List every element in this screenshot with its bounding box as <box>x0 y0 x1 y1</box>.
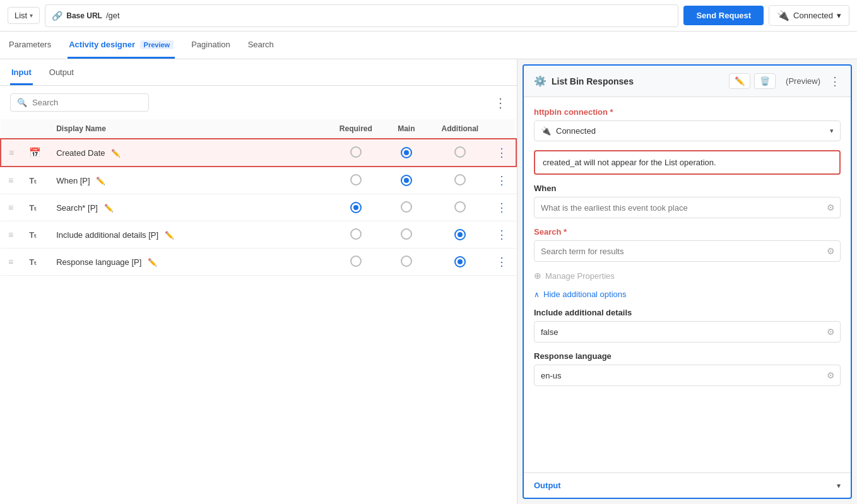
calendar-icon: 📅 <box>29 147 41 158</box>
content-area: Input Output 🔍 ⋮ Disp <box>0 59 857 504</box>
main-cell <box>381 194 432 221</box>
row-menu-icon[interactable]: ⋮ <box>496 255 507 268</box>
drag-handle-icon[interactable]: ≡ <box>8 175 13 185</box>
drag-handle-icon[interactable]: ≡ <box>9 148 14 158</box>
required-cell <box>331 221 381 249</box>
hide-options-label: Hide additional options <box>543 290 627 299</box>
main-radio[interactable] <box>401 255 412 267</box>
tab-search[interactable]: Search <box>247 32 275 59</box>
error-message-text: created_at will not appear for the List … <box>543 158 716 167</box>
search-input[interactable] <box>535 242 822 261</box>
drag-handle-cell: ≡ <box>1 194 21 221</box>
row-icon-cell: 📅 <box>21 139 49 167</box>
row-icon-cell: Tₜ <box>21 249 49 276</box>
hide-additional-options[interactable]: ∧ Hide additional options <box>534 290 841 299</box>
panel-header: ⚙️ List Bin Responses ✏️ 🗑️ (Preview) ⋮ <box>524 66 851 97</box>
url-path: /get <box>106 11 120 20</box>
sub-tab-input[interactable]: Input <box>10 61 33 85</box>
include-details-label: Include additional details <box>534 308 841 317</box>
chevron-up-icon: ∧ <box>534 290 540 299</box>
edit-icon[interactable]: ✏️ <box>148 258 157 267</box>
include-details-input[interactable] <box>535 322 822 342</box>
link-icon: 🔗 <box>52 11 62 21</box>
settings-icon[interactable]: ⚙ <box>822 241 840 261</box>
drag-handle-cell: ≡ <box>1 249 21 276</box>
panel-icon: ⚙️ <box>534 75 547 87</box>
main-radio[interactable] <box>401 228 412 240</box>
table-row: ≡ Tₜ Include additional details [P] ✏️ <box>1 221 516 249</box>
manage-properties[interactable]: ⊕ Manage Properties <box>534 271 841 281</box>
output-row[interactable]: Output ▾ <box>524 472 851 498</box>
edit-button[interactable]: ✏️ <box>729 73 750 89</box>
edit-icon[interactable]: ✏️ <box>165 231 174 240</box>
required-radio[interactable] <box>350 255 362 267</box>
main-tabs: Parameters Activity designer Preview Pag… <box>0 32 857 59</box>
row-menu-icon[interactable]: ⋮ <box>496 146 507 159</box>
drag-handle-cell: ≡ <box>1 221 21 249</box>
additional-radio[interactable] <box>454 256 466 267</box>
row-menu-icon[interactable]: ⋮ <box>496 228 507 241</box>
additional-radio[interactable] <box>454 201 466 213</box>
table-row: ≡ Tₜ When [P] ✏️ <box>1 167 516 194</box>
row-menu-icon[interactable]: ⋮ <box>496 201 507 214</box>
response-language-input[interactable] <box>535 366 822 385</box>
settings-icon[interactable]: ⚙ <box>822 365 840 385</box>
search-icon: 🔍 <box>17 98 27 107</box>
drag-handle-cell: ≡ <box>1 167 21 194</box>
edit-icon[interactable]: ✏️ <box>111 149 121 158</box>
delete-button[interactable]: 🗑️ <box>754 73 776 89</box>
required-cell <box>331 194 381 221</box>
col-main: Main <box>381 119 432 139</box>
send-request-button[interactable]: Send Request <box>683 6 764 25</box>
sub-tab-output[interactable]: Output <box>48 61 75 85</box>
field-name-label: When [P] <box>56 176 90 185</box>
required-radio[interactable] <box>350 202 362 213</box>
plug-icon: 🔌 <box>541 126 551 136</box>
additional-cell <box>432 194 488 221</box>
list-dropdown[interactable]: List ▾ <box>8 7 40 24</box>
chevron-down-icon: ▾ <box>830 127 834 135</box>
tab-parameters[interactable]: Parameters <box>8 32 52 59</box>
connection-select[interactable]: 🔌 Connected ▾ <box>534 120 841 141</box>
additional-radio[interactable] <box>454 146 466 158</box>
search-field: Search * ⚙ <box>534 227 841 262</box>
additional-cell <box>432 139 488 167</box>
when-field: When ⚙ <box>534 184 841 218</box>
edit-icon[interactable]: ✏️ <box>96 177 105 185</box>
additional-radio[interactable] <box>454 229 466 240</box>
when-input[interactable] <box>535 198 822 218</box>
tab-pagination[interactable]: Pagination <box>190 32 231 59</box>
main-radio[interactable] <box>401 175 412 186</box>
additional-radio[interactable] <box>454 174 466 185</box>
search-input[interactable] <box>32 98 133 107</box>
row-menu-icon[interactable]: ⋮ <box>496 174 507 187</box>
tab-activity-designer[interactable]: Activity designer Preview <box>68 32 175 59</box>
settings-icon[interactable]: ⚙ <box>822 322 840 342</box>
more-options-icon[interactable]: ⋮ <box>494 95 507 110</box>
connection-status-button[interactable]: 🔌 Connected ▾ <box>769 5 849 26</box>
required-radio[interactable] <box>350 146 362 158</box>
edit-icon[interactable]: ✏️ <box>104 204 114 213</box>
actions-cell: ⋮ <box>488 194 515 221</box>
required-cell <box>331 139 381 167</box>
main-radio[interactable] <box>401 147 412 158</box>
settings-icon[interactable]: ⚙ <box>822 197 840 218</box>
text-icon: Tₜ <box>29 230 37 240</box>
required-radio[interactable] <box>350 228 362 240</box>
field-name-label: Include additional details [P] <box>56 230 158 240</box>
text-icon: Tₜ <box>29 203 37 213</box>
drag-handle-cell: ≡ <box>1 139 21 167</box>
main-radio[interactable] <box>401 201 412 213</box>
panel-more-icon[interactable]: ⋮ <box>829 74 841 88</box>
required-radio[interactable] <box>350 174 362 185</box>
drag-handle-icon[interactable]: ≡ <box>8 202 13 213</box>
field-name-label: Response language [P] <box>56 257 141 267</box>
drag-handle-icon[interactable]: ≡ <box>8 230 13 240</box>
col-required: Required <box>331 119 381 139</box>
display-name-cell: Include additional details [P] ✏️ <box>49 221 331 249</box>
connection-status-label: Connected <box>793 11 833 20</box>
drag-handle-icon[interactable]: ≡ <box>8 257 13 267</box>
table-row: ≡ Tₜ Search* [P] ✏️ <box>1 194 516 221</box>
response-language-input-row: ⚙ <box>534 365 841 386</box>
preview-badge: Preview <box>140 40 174 49</box>
